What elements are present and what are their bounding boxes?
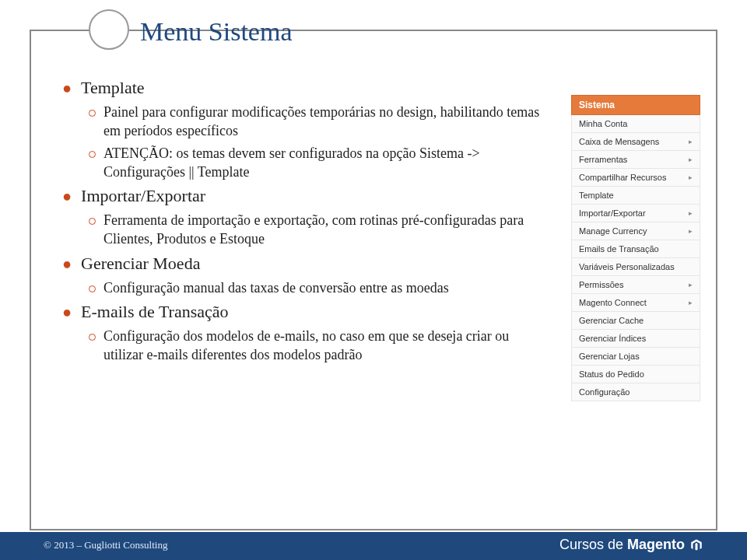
sub-text: Ferramenta de importação e exportação, c…	[103, 211, 546, 249]
sidebar-header[interactable]: Sistema	[571, 95, 700, 115]
bullet-template: ●Template	[62, 78, 546, 98]
sidebar-item[interactable]: Emails de Transação	[571, 240, 700, 258]
sub-text: Configuração manual das taxas de convers…	[103, 278, 449, 297]
bullet-icon: ●	[62, 80, 72, 96]
sidebar-item[interactable]: Status do Pedido	[571, 366, 700, 383]
chevron-right-icon: ▸	[689, 209, 693, 217]
sidebar-item[interactable]: Gerenciar Índices	[571, 330, 700, 348]
bullet-label: Importar/Exportar	[81, 186, 205, 206]
bullet-emails: ●E-mails de Transação	[62, 302, 546, 322]
sidebar-item-label: Magento Connect	[579, 298, 647, 307]
sidebar-item[interactable]: Permissões▸	[571, 276, 700, 294]
sidebar-item[interactable]: Configuração	[571, 383, 700, 401]
sidebar-item[interactable]: Importar/Exportar▸	[571, 205, 700, 222]
sidebar-item[interactable]: Ferramentas▸	[571, 151, 700, 169]
sidebar-item[interactable]: Compartilhar Recursos▸	[571, 169, 700, 187]
chevron-right-icon: ▸	[689, 156, 693, 163]
sub-text: Painel para configurar modificações temp…	[103, 103, 546, 141]
bullet-import-sub-0: Ferramenta de importação e exportação, c…	[89, 211, 546, 249]
sidebar-item[interactable]: Magento Connect▸	[571, 294, 700, 312]
ring-icon	[89, 334, 96, 341]
sidebar-item[interactable]: Template	[571, 187, 700, 205]
bullet-import: ●Importar/Exportar	[62, 186, 546, 206]
bullet-icon: ●	[62, 304, 72, 320]
decorative-circle	[89, 9, 129, 50]
content-area: ●Template Painel para configurar modific…	[48, 78, 546, 368]
sidebar-item-label: Gerenciar Cache	[579, 316, 644, 325]
sidebar-item-label: Status do Pedido	[579, 369, 644, 379]
chevron-right-icon: ▸	[689, 299, 693, 306]
sub-text: Configuração dos modelos de e-mails, no …	[103, 327, 546, 365]
ring-icon	[89, 110, 96, 117]
sidebar-item-label: Emails de Transação	[579, 244, 659, 254]
slide-title: Menu Sistema	[140, 17, 292, 47]
bullet-icon: ●	[62, 188, 72, 204]
sidebar-item-label: Permissões	[579, 280, 623, 289]
sidebar-item-label: Variáveis Personalizadas	[579, 262, 675, 271]
chevron-right-icon: ▸	[689, 138, 693, 145]
sidebar-item-label: Gerenciar Lojas	[579, 352, 640, 361]
bullet-moeda-sub-0: Configuração manual das taxas de convers…	[89, 278, 546, 297]
sidebar-item[interactable]: Minha Conta	[571, 115, 700, 133]
bullet-template-sub-1: ATENÇÃO: os temas devem ser configurados…	[89, 144, 546, 182]
sidebar-item-label: Manage Currency	[579, 226, 647, 236]
ring-icon	[89, 285, 96, 292]
ring-icon	[89, 151, 96, 158]
footer-copyright: © 2013 – Gugliotti Consulting	[44, 539, 167, 551]
sidebar-item[interactable]: Gerenciar Cache	[571, 312, 700, 330]
ring-icon	[89, 218, 96, 225]
footer-brand: Cursos de Magento	[559, 537, 703, 553]
footer-text: Cursos de Magento	[559, 537, 685, 553]
chevron-right-icon: ▸	[689, 281, 693, 289]
bullet-label: Gerenciar Moeda	[81, 254, 200, 274]
sidebar-item-label: Ferramentas	[579, 155, 627, 164]
sidebar-menu: Sistema Minha ContaCaixa de Mensagens▸Fe…	[571, 95, 700, 401]
sidebar-item-label: Minha Conta	[579, 119, 627, 128]
sidebar-item-label: Configuração	[579, 387, 630, 397]
footer-bar: © 2013 – Gugliotti Consulting Cursos de …	[0, 532, 747, 560]
bullet-icon: ●	[62, 256, 72, 271]
bullet-moeda: ●Gerenciar Moeda	[62, 254, 546, 274]
chevron-right-icon: ▸	[689, 173, 693, 181]
chevron-right-icon: ▸	[689, 227, 693, 235]
bullet-template-sub-0: Painel para configurar modificações temp…	[89, 103, 546, 141]
sidebar-item[interactable]: Caixa de Mensagens▸	[571, 133, 700, 151]
sidebar-item-label: Importar/Exportar	[579, 208, 646, 218]
sub-text: ATENÇÃO: os temas devem ser configurados…	[103, 144, 546, 182]
sidebar-item-label: Template	[579, 191, 614, 200]
magento-icon	[689, 538, 703, 552]
bullet-label: E-mails de Transação	[81, 302, 228, 322]
sidebar-item[interactable]: Gerenciar Lojas	[571, 348, 700, 366]
sidebar-item-label: Gerenciar Índices	[579, 334, 646, 343]
bullet-label: Template	[81, 78, 145, 98]
sidebar-item[interactable]: Manage Currency▸	[571, 222, 700, 240]
sidebar-item[interactable]: Variáveis Personalizadas	[571, 258, 700, 276]
sidebar-item-label: Caixa de Mensagens	[579, 137, 659, 146]
bullet-emails-sub-0: Configuração dos modelos de e-mails, no …	[89, 327, 546, 365]
sidebar-item-label: Compartilhar Recursos	[579, 173, 666, 182]
